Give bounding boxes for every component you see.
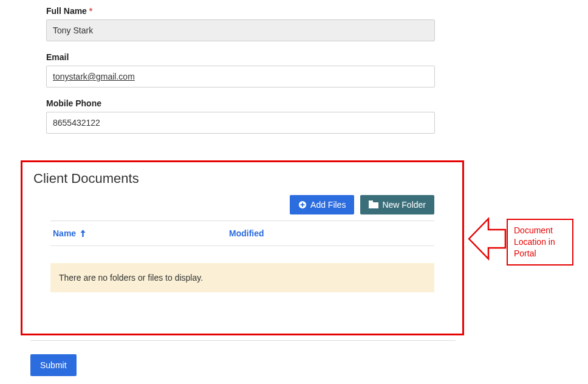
email-input[interactable]: tonystark@gmail.com (46, 66, 435, 87)
mobile-input[interactable] (46, 112, 435, 134)
add-files-button[interactable]: Add Files (290, 195, 354, 214)
client-documents-section: Client Documents Add Files New Folder (21, 160, 464, 335)
field-email: Email tonystark@gmail.com (46, 52, 542, 87)
column-modified-text: Modified (229, 228, 264, 238)
add-files-label: Add Files (310, 200, 346, 210)
form-footer: Submit (30, 340, 456, 376)
field-mobile: Mobile Phone (46, 98, 542, 134)
full-name-label-text: Full Name (46, 6, 87, 16)
new-folder-button[interactable]: New Folder (360, 195, 434, 214)
documents-table-header: Name Modified (50, 221, 434, 246)
client-documents-title: Client Documents (33, 171, 451, 187)
svg-rect-2 (301, 204, 305, 205)
mobile-label: Mobile Phone (46, 98, 542, 108)
arrow-left-icon (468, 213, 507, 265)
field-full-name: Full Name * (46, 6, 542, 41)
annotation-callout: Document Location in Portal (507, 219, 573, 266)
plus-circle-icon (298, 201, 307, 209)
svg-rect-4 (369, 201, 373, 203)
email-value: tonystark@gmail.com (53, 72, 135, 81)
svg-rect-3 (369, 202, 378, 208)
required-marker: * (89, 6, 92, 16)
submit-button[interactable]: Submit (30, 354, 77, 376)
documents-toolbar: Add Files New Folder (50, 195, 434, 221)
column-name-text: Name (53, 228, 76, 238)
new-folder-label: New Folder (382, 200, 426, 210)
folder-icon (369, 201, 378, 209)
documents-empty-message: There are no folders or files to display… (50, 263, 434, 292)
column-header-name[interactable]: Name (53, 228, 229, 238)
full-name-label: Full Name * (46, 6, 542, 16)
full-name-input[interactable] (46, 19, 435, 41)
email-label: Email (46, 52, 542, 62)
sort-asc-icon (80, 230, 86, 237)
column-header-modified[interactable]: Modified (229, 228, 264, 238)
